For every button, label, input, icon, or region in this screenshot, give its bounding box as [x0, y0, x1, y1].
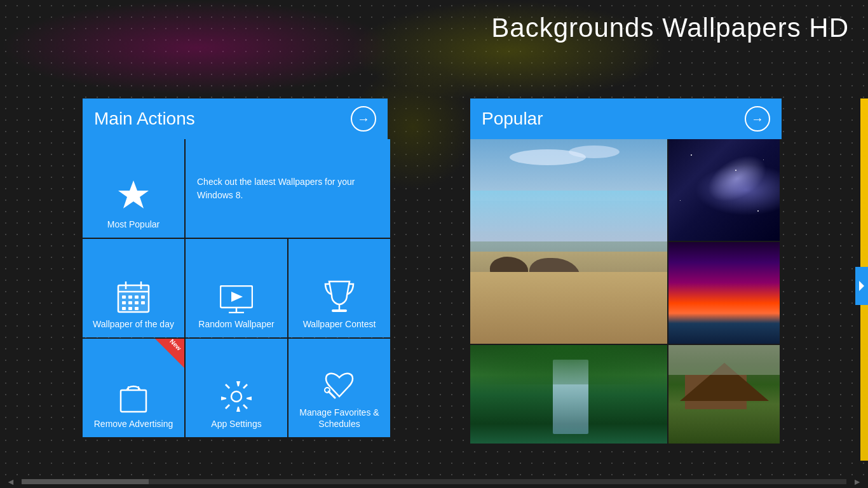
tile-wallpaper-contest[interactable]: Wallpaper Contest: [288, 239, 390, 337]
tile-wallpaper-day-label: Wallpaper of the day: [93, 318, 174, 330]
monitor-icon: [220, 285, 253, 313]
svg-marker-0: [118, 180, 149, 208]
tile-wallpaper-info-text: Check out the latest Wallpapers for your…: [197, 175, 379, 202]
popular-image-cottage[interactable]: [668, 345, 780, 444]
svg-rect-7: [135, 295, 139, 299]
star-icon: [116, 178, 151, 214]
calendar-icon: [117, 280, 150, 313]
tile-manage-favorites[interactable]: Manage Favorites & Schedules: [288, 339, 390, 437]
svg-rect-9: [122, 301, 126, 304]
scroll-track[interactable]: [22, 479, 846, 484]
tile-random-wallpaper-label: Random Wallpaper: [198, 318, 274, 330]
main-actions-title: Main Actions: [94, 109, 195, 129]
svg-rect-6: [128, 295, 132, 299]
popular-header: Popular →: [470, 98, 782, 139]
popular-section: Popular →: [470, 98, 782, 488]
popular-image-beach[interactable]: [470, 139, 667, 344]
trophy-icon: [324, 280, 355, 313]
svg-marker-26: [859, 281, 864, 291]
svg-rect-21: [121, 390, 146, 412]
tile-remove-advertising[interactable]: New Remove Advertising: [83, 339, 184, 437]
svg-point-25: [325, 388, 330, 393]
popular-image-sunset[interactable]: [668, 242, 780, 344]
svg-rect-8: [141, 295, 145, 299]
svg-rect-12: [141, 301, 145, 304]
svg-rect-5: [122, 295, 126, 299]
gear-icon: [220, 380, 253, 413]
scrollbar: ◄ ►: [0, 475, 868, 488]
scroll-right-arrow[interactable]: ►: [850, 477, 865, 487]
bag-icon: [118, 380, 149, 413]
main-actions-grid: Most Popular Check out the latest Wallpa…: [83, 139, 388, 437]
main-actions-section: Main Actions → Most Popular Check out th…: [83, 98, 388, 437]
tile-app-settings[interactable]: App Settings: [186, 339, 287, 437]
svg-rect-11: [135, 301, 139, 304]
main-actions-header: Main Actions →: [83, 98, 388, 139]
popular-arrow[interactable]: →: [745, 106, 770, 132]
tile-most-popular-label: Most Popular: [107, 219, 159, 230]
svg-rect-15: [135, 307, 139, 310]
tile-wallpaper-info[interactable]: Check out the latest Wallpapers for your…: [186, 139, 390, 238]
popular-grid: [470, 139, 782, 488]
tile-wallpaper-contest-label: Wallpaper Contest: [303, 318, 376, 330]
scroll-left-arrow[interactable]: ◄: [3, 477, 18, 487]
tile-app-settings-label: App Settings: [211, 418, 261, 430]
tile-remove-advertising-label: Remove Advertising: [94, 418, 173, 430]
svg-rect-13: [122, 307, 126, 310]
right-scroll-button[interactable]: [855, 267, 868, 305]
scroll-thumb[interactable]: [22, 479, 149, 484]
tile-manage-favorites-label: Manage Favorites & Schedules: [296, 407, 383, 430]
tile-wallpaper-day[interactable]: Wallpaper of the day: [83, 239, 184, 337]
popular-image-galaxy[interactable]: [668, 139, 780, 241]
main-actions-arrow[interactable]: →: [351, 106, 376, 132]
app-title: Backgrounds Wallpapers HD: [491, 13, 849, 43]
heart-wrench-icon: [322, 369, 356, 402]
tile-random-wallpaper[interactable]: Random Wallpaper: [186, 239, 287, 337]
tile-most-popular[interactable]: Most Popular: [83, 139, 184, 238]
popular-image-waterfall[interactable]: [470, 345, 667, 444]
svg-rect-20: [332, 309, 347, 312]
popular-title: Popular: [482, 109, 543, 129]
svg-point-24: [231, 391, 241, 402]
svg-rect-14: [128, 307, 132, 310]
svg-rect-10: [128, 301, 132, 304]
